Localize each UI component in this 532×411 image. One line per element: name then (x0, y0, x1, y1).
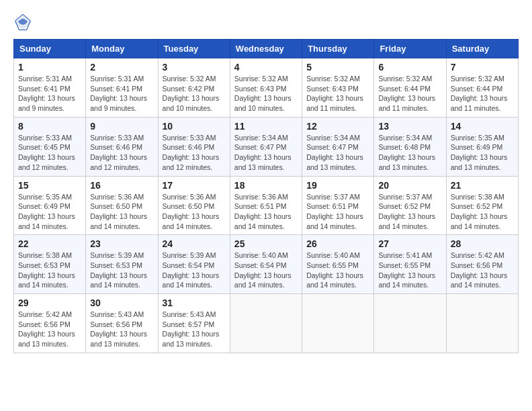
calendar-cell (230, 294, 302, 353)
day-number: 10 (163, 121, 226, 132)
day-info: Sunrise: 5:42 AMSunset: 6:56 PMDaylight:… (451, 250, 514, 290)
day-info: Sunrise: 5:33 AMSunset: 6:46 PMDaylight:… (163, 133, 226, 173)
calendar-cell: 22Sunrise: 5:38 AMSunset: 6:53 PMDayligh… (14, 235, 86, 294)
day-info: Sunrise: 5:34 AMSunset: 6:47 PMDaylight:… (306, 133, 369, 173)
day-number: 19 (306, 180, 369, 191)
day-number: 11 (234, 121, 298, 132)
day-number: 26 (306, 238, 369, 249)
calendar-cell: 18Sunrise: 5:36 AMSunset: 6:51 PMDayligh… (230, 176, 302, 235)
day-info: Sunrise: 5:37 AMSunset: 6:51 PMDaylight:… (306, 192, 369, 232)
calendar-week-2: 8Sunrise: 5:33 AMSunset: 6:45 PMDaylight… (14, 117, 519, 176)
day-number: 25 (234, 238, 298, 249)
day-number: 28 (451, 238, 514, 249)
day-number: 2 (90, 62, 153, 73)
calendar-cell: 7Sunrise: 5:32 AMSunset: 6:44 PMDaylight… (446, 58, 518, 118)
calendar-cell: 20Sunrise: 5:37 AMSunset: 6:52 PMDayligh… (374, 176, 446, 235)
logo-icon (13, 13, 32, 32)
calendar-cell (446, 294, 518, 353)
day-info: Sunrise: 5:34 AMSunset: 6:48 PMDaylight:… (378, 133, 441, 173)
calendar-cell: 28Sunrise: 5:42 AMSunset: 6:56 PMDayligh… (446, 235, 518, 294)
day-number: 20 (378, 180, 441, 191)
calendar-cell: 16Sunrise: 5:36 AMSunset: 6:50 PMDayligh… (86, 176, 158, 235)
day-info: Sunrise: 5:36 AMSunset: 6:50 PMDaylight:… (90, 192, 153, 232)
page-header (13, 13, 519, 32)
day-info: Sunrise: 5:37 AMSunset: 6:52 PMDaylight:… (378, 192, 441, 232)
calendar-cell: 15Sunrise: 5:35 AMSunset: 6:49 PMDayligh… (14, 176, 86, 235)
day-info: Sunrise: 5:43 AMSunset: 6:57 PMDaylight:… (163, 310, 226, 349)
day-info: Sunrise: 5:36 AMSunset: 6:50 PMDaylight:… (163, 192, 226, 232)
calendar-cell: 31Sunrise: 5:43 AMSunset: 6:57 PMDayligh… (158, 294, 230, 353)
calendar-cell: 29Sunrise: 5:42 AMSunset: 6:56 PMDayligh… (14, 294, 86, 353)
day-info: Sunrise: 5:43 AMSunset: 6:56 PMDaylight:… (90, 310, 153, 349)
logo (13, 13, 35, 32)
day-number: 7 (451, 62, 514, 73)
day-number: 12 (306, 121, 369, 132)
day-info: Sunrise: 5:32 AMSunset: 6:44 PMDaylight:… (378, 74, 441, 113)
day-number: 18 (234, 180, 298, 191)
day-number: 30 (90, 298, 153, 308)
calendar-header-sunday: Sunday (14, 40, 86, 58)
calendar-cell: 30Sunrise: 5:43 AMSunset: 6:56 PMDayligh… (86, 294, 158, 353)
calendar-cell (374, 294, 446, 353)
day-number: 14 (451, 121, 514, 132)
calendar-cell: 25Sunrise: 5:40 AMSunset: 6:54 PMDayligh… (230, 235, 302, 294)
calendar-week-4: 22Sunrise: 5:38 AMSunset: 6:53 PMDayligh… (14, 235, 519, 294)
day-info: Sunrise: 5:36 AMSunset: 6:51 PMDaylight:… (234, 192, 298, 232)
calendar-cell: 4Sunrise: 5:32 AMSunset: 6:43 PMDaylight… (230, 58, 302, 118)
calendar-cell (302, 294, 374, 353)
day-info: Sunrise: 5:32 AMSunset: 6:43 PMDaylight:… (306, 74, 369, 113)
day-number: 29 (18, 298, 81, 308)
calendar-week-3: 15Sunrise: 5:35 AMSunset: 6:49 PMDayligh… (14, 176, 519, 235)
calendar-cell: 19Sunrise: 5:37 AMSunset: 6:51 PMDayligh… (302, 176, 374, 235)
calendar-cell: 27Sunrise: 5:41 AMSunset: 6:55 PMDayligh… (374, 235, 446, 294)
day-number: 31 (163, 298, 226, 308)
calendar-cell: 5Sunrise: 5:32 AMSunset: 6:43 PMDaylight… (302, 58, 374, 118)
day-info: Sunrise: 5:31 AMSunset: 6:41 PMDaylight:… (90, 74, 153, 113)
calendar-header-wednesday: Wednesday (230, 40, 302, 58)
calendar-header-saturday: Saturday (446, 40, 518, 58)
calendar-cell: 14Sunrise: 5:35 AMSunset: 6:49 PMDayligh… (446, 117, 518, 176)
day-info: Sunrise: 5:42 AMSunset: 6:56 PMDaylight:… (18, 310, 81, 349)
calendar-cell: 13Sunrise: 5:34 AMSunset: 6:48 PMDayligh… (374, 117, 446, 176)
day-info: Sunrise: 5:32 AMSunset: 6:43 PMDaylight:… (234, 74, 298, 113)
calendar-cell: 3Sunrise: 5:32 AMSunset: 6:42 PMDaylight… (158, 58, 230, 118)
day-number: 6 (378, 62, 441, 73)
day-info: Sunrise: 5:33 AMSunset: 6:46 PMDaylight:… (90, 133, 153, 173)
calendar-cell: 24Sunrise: 5:39 AMSunset: 6:54 PMDayligh… (158, 235, 230, 294)
calendar-table: SundayMondayTuesdayWednesdayThursdayFrid… (13, 39, 519, 353)
day-info: Sunrise: 5:39 AMSunset: 6:53 PMDaylight:… (90, 250, 153, 290)
day-info: Sunrise: 5:41 AMSunset: 6:55 PMDaylight:… (378, 250, 441, 290)
day-number: 9 (90, 121, 153, 132)
day-number: 22 (18, 238, 81, 249)
calendar-cell: 9Sunrise: 5:33 AMSunset: 6:46 PMDaylight… (86, 117, 158, 176)
day-number: 21 (451, 180, 514, 191)
day-number: 15 (18, 180, 81, 191)
day-number: 4 (234, 62, 298, 73)
day-info: Sunrise: 5:33 AMSunset: 6:45 PMDaylight:… (18, 133, 81, 173)
day-number: 3 (163, 62, 226, 73)
calendar-week-5: 29Sunrise: 5:42 AMSunset: 6:56 PMDayligh… (14, 294, 519, 353)
calendar-cell: 6Sunrise: 5:32 AMSunset: 6:44 PMDaylight… (374, 58, 446, 118)
day-info: Sunrise: 5:31 AMSunset: 6:41 PMDaylight:… (18, 74, 81, 113)
day-info: Sunrise: 5:40 AMSunset: 6:54 PMDaylight:… (234, 250, 298, 290)
day-info: Sunrise: 5:35 AMSunset: 6:49 PMDaylight:… (451, 133, 514, 173)
day-info: Sunrise: 5:39 AMSunset: 6:54 PMDaylight:… (163, 250, 226, 290)
day-info: Sunrise: 5:35 AMSunset: 6:49 PMDaylight:… (18, 192, 81, 232)
calendar-cell: 11Sunrise: 5:34 AMSunset: 6:47 PMDayligh… (230, 117, 302, 176)
day-number: 8 (18, 121, 81, 132)
calendar-cell: 23Sunrise: 5:39 AMSunset: 6:53 PMDayligh… (86, 235, 158, 294)
day-number: 23 (90, 238, 153, 249)
day-number: 24 (163, 238, 226, 249)
calendar-cell: 8Sunrise: 5:33 AMSunset: 6:45 PMDaylight… (14, 117, 86, 176)
day-number: 13 (378, 121, 441, 132)
day-info: Sunrise: 5:34 AMSunset: 6:47 PMDaylight:… (234, 133, 298, 173)
calendar-cell: 21Sunrise: 5:38 AMSunset: 6:52 PMDayligh… (446, 176, 518, 235)
day-number: 16 (90, 180, 153, 191)
day-info: Sunrise: 5:38 AMSunset: 6:52 PMDaylight:… (451, 192, 514, 232)
calendar-cell: 10Sunrise: 5:33 AMSunset: 6:46 PMDayligh… (158, 117, 230, 176)
calendar-cell: 2Sunrise: 5:31 AMSunset: 6:41 PMDaylight… (86, 58, 158, 118)
day-number: 27 (378, 238, 441, 249)
day-info: Sunrise: 5:32 AMSunset: 6:42 PMDaylight:… (163, 74, 226, 113)
calendar-header-thursday: Thursday (302, 40, 374, 58)
day-info: Sunrise: 5:40 AMSunset: 6:55 PMDaylight:… (306, 250, 369, 290)
